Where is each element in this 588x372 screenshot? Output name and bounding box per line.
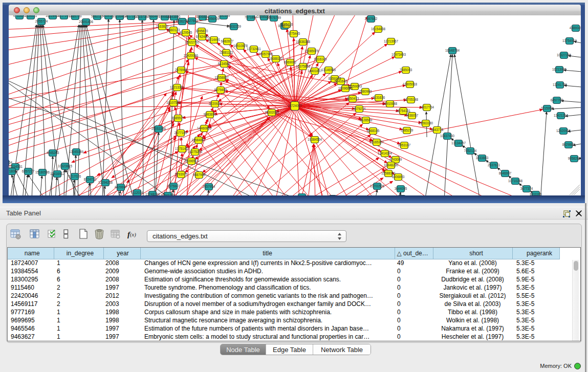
svg-text:7485003: 7485003 — [400, 68, 412, 72]
svg-text:13754919: 13754919 — [562, 39, 577, 42]
svg-text:8685577: 8685577 — [172, 116, 185, 120]
svg-text:4112034: 4112034 — [131, 191, 144, 194]
svg-text:4389045: 4389045 — [570, 26, 581, 30]
svg-text:16154838: 16154838 — [371, 27, 386, 31]
svg-text:19836388: 19836388 — [296, 40, 311, 43]
svg-text:2077105: 2077105 — [175, 131, 187, 135]
svg-text:8646997: 8646997 — [499, 171, 512, 175]
svg-text:4143890: 4143890 — [168, 15, 181, 18]
svg-text:13045349: 13045349 — [69, 150, 84, 154]
svg-text:6128503: 6128503 — [360, 118, 373, 122]
svg-text:8029889: 8029889 — [562, 143, 575, 146]
svg-text:9214491: 9214491 — [208, 38, 221, 41]
svg-text:2457954: 2457954 — [203, 185, 215, 188]
svg-text:19563180: 19563180 — [419, 121, 433, 125]
svg-text:19688132: 19688132 — [269, 57, 284, 60]
svg-text:13701506: 13701506 — [370, 184, 385, 188]
svg-text:16396513: 16396513 — [184, 159, 199, 163]
svg-text:15165337: 15165337 — [369, 140, 384, 144]
svg-text:13146585: 13146585 — [321, 68, 336, 72]
svg-text:18724007: 18724007 — [288, 104, 302, 107]
svg-text:20691406: 20691406 — [79, 20, 94, 24]
svg-text:14275203: 14275203 — [188, 150, 203, 154]
svg-text:8369062: 8369062 — [284, 60, 297, 64]
svg-text:(x): (x) — [130, 232, 136, 238]
svg-text:15375853: 15375853 — [296, 64, 311, 68]
svg-text:3131636: 3131636 — [373, 96, 385, 99]
svg-text:13732411: 13732411 — [247, 47, 261, 51]
svg-text:1218062: 1218062 — [9, 169, 18, 173]
svg-text:25302035: 25302035 — [265, 111, 279, 114]
svg-text:1839221: 1839221 — [25, 15, 37, 17]
svg-text:17559643: 17559643 — [347, 84, 362, 88]
svg-text:5685216: 5685216 — [280, 23, 293, 26]
svg-text:16705148: 16705148 — [404, 98, 419, 101]
svg-text:2055724: 2055724 — [35, 19, 48, 23]
svg-text:10327246: 10327246 — [557, 53, 572, 57]
svg-text:19832259: 19832259 — [227, 25, 242, 28]
svg-text:9129545: 9129545 — [180, 31, 192, 34]
svg-text:3333883: 3333883 — [476, 156, 489, 160]
svg-text:8134562: 8134562 — [218, 62, 231, 65]
svg-text:4429607: 4429607 — [115, 185, 127, 189]
svg-text:11881122: 11881122 — [219, 51, 233, 54]
svg-text:4679214: 4679214 — [353, 107, 366, 111]
svg-text:15588301: 15588301 — [381, 171, 396, 175]
svg-text:19017734: 19017734 — [420, 105, 434, 109]
svg-text:3644095: 3644095 — [395, 187, 407, 190]
svg-text:8811165: 8811165 — [530, 192, 542, 195]
svg-text:8224730: 8224730 — [84, 178, 97, 181]
svg-text:3395870: 3395870 — [195, 29, 208, 33]
svg-text:6306893: 6306893 — [392, 175, 405, 179]
svg-text:9983893: 9983893 — [204, 113, 216, 116]
svg-text:16072954: 16072954 — [9, 161, 12, 164]
svg-text:13910648: 13910648 — [383, 102, 398, 105]
svg-text:13134457: 13134457 — [451, 141, 466, 145]
svg-text:6742460: 6742460 — [196, 35, 209, 38]
svg-text:4843718: 4843718 — [431, 128, 444, 132]
svg-text:2087682: 2087682 — [365, 17, 378, 20]
svg-text:14401657: 14401657 — [308, 69, 322, 73]
svg-text:5793975: 5793975 — [175, 172, 188, 176]
svg-text:20053346: 20053346 — [151, 127, 166, 130]
svg-text:6217026: 6217026 — [69, 174, 81, 178]
svg-text:10837430: 10837430 — [440, 134, 455, 138]
svg-text:1527602: 1527602 — [186, 19, 199, 23]
svg-text:19085076: 19085076 — [304, 49, 319, 53]
svg-text:4050413: 4050413 — [346, 97, 359, 100]
svg-text:7452134: 7452134 — [464, 149, 477, 152]
svg-text:10107553: 10107553 — [166, 101, 181, 104]
svg-text:4245263: 4245263 — [47, 151, 59, 155]
svg-text:15076749: 15076749 — [267, 16, 281, 19]
svg-text:2876966: 2876966 — [175, 68, 188, 72]
svg-text:8489709: 8489709 — [69, 15, 82, 18]
svg-text:12213369: 12213369 — [170, 85, 185, 89]
svg-text:18754131: 18754131 — [396, 109, 411, 113]
svg-text:6457765: 6457765 — [551, 98, 563, 102]
svg-text:17956909: 17956909 — [205, 17, 220, 20]
svg-text:18922760: 18922760 — [185, 40, 200, 44]
svg-text:10057945: 10057945 — [258, 52, 273, 56]
svg-text:16415740: 16415740 — [295, 195, 310, 195]
svg-text:12294238: 12294238 — [98, 181, 113, 184]
svg-text:3220921: 3220921 — [209, 102, 222, 105]
svg-text:3677374: 3677374 — [520, 187, 533, 190]
svg-text:4743069: 4743069 — [389, 158, 402, 161]
svg-text:12213967: 12213967 — [384, 39, 399, 43]
svg-text:12541238: 12541238 — [161, 193, 176, 195]
svg-text:10323815: 10323815 — [58, 164, 73, 168]
svg-text:9436057: 9436057 — [406, 114, 419, 117]
svg-text:10334531: 10334531 — [9, 165, 23, 168]
svg-text:6482877: 6482877 — [221, 39, 234, 43]
svg-text:3215958: 3215958 — [541, 106, 554, 110]
svg-text:2580963: 2580963 — [359, 90, 372, 93]
svg-text:9875847: 9875847 — [167, 184, 180, 188]
svg-text:22420046: 22420046 — [184, 54, 199, 57]
svg-text:10710248: 10710248 — [508, 179, 523, 183]
svg-text:9953167: 9953167 — [398, 143, 411, 147]
svg-text:2537611: 2537611 — [488, 163, 500, 167]
svg-text:11558837: 11558837 — [214, 76, 229, 79]
svg-text:9958289: 9958289 — [568, 157, 581, 160]
svg-text:14460856: 14460856 — [197, 126, 212, 130]
svg-text:8660123: 8660123 — [167, 28, 180, 32]
